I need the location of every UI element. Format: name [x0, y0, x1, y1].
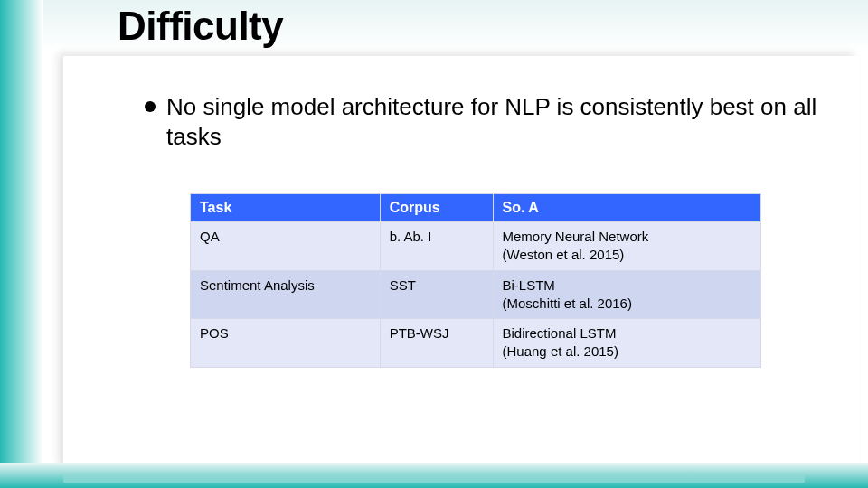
- table-row: Sentiment Analysis SST Bi-LSTM(Moschitti…: [191, 270, 761, 319]
- cell-soa: Memory Neural Network(Weston et al. 2015…: [493, 222, 760, 271]
- bottom-inner: [63, 474, 805, 483]
- table-row: QA b. Ab. I Memory Neural Network(Weston…: [191, 222, 761, 271]
- comparison-table: Task Corpus So. A QA b. Ab. I Memory Neu…: [190, 193, 761, 368]
- cell-soa: Bi-LSTM(Moschitti et al. 2016): [493, 270, 760, 319]
- cell-corpus: b. Ab. I: [380, 222, 493, 271]
- bullet-dot-icon: [145, 101, 156, 112]
- cell-soa: Bidirectional LSTM(Huang et al. 2015): [493, 319, 760, 368]
- bullet-item: No single model architecture for NLP is …: [145, 92, 832, 151]
- bullet-block: No single model architecture for NLP is …: [145, 92, 832, 151]
- cell-task: POS: [191, 319, 381, 368]
- cell-task: Sentiment Analysis: [191, 270, 381, 319]
- cell-task: QA: [191, 222, 381, 271]
- header-soa: So. A: [493, 194, 760, 222]
- header-task: Task: [191, 194, 381, 222]
- table-row: POS PTB-WSJ Bidirectional LSTM(Huang et …: [191, 319, 761, 368]
- side-gradient: [0, 0, 43, 488]
- bullet-text: No single model architecture for NLP is …: [166, 92, 832, 151]
- bottom-bar: [0, 463, 868, 488]
- header-corpus: Corpus: [380, 194, 493, 222]
- cell-corpus: SST: [380, 270, 493, 319]
- slide-title: Difficulty: [118, 4, 283, 49]
- cell-corpus: PTB-WSJ: [380, 319, 493, 368]
- table-header-row: Task Corpus So. A: [191, 194, 761, 222]
